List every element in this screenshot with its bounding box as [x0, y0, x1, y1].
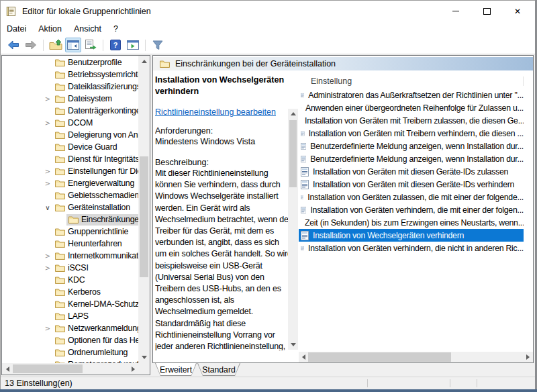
tree-horizontal-scrollbar[interactable]	[2, 363, 138, 375]
close-button[interactable]: ✕	[502, 1, 533, 21]
tree-vertical-scrollbar[interactable]	[138, 56, 150, 363]
tree-item[interactable]: ∨ Geräteinstallation	[2, 201, 138, 213]
tree-item[interactable]: Dateiklassifizierungsinfrastruktur	[2, 81, 138, 93]
setting-row[interactable]: Installation von Wechselgeräten verhinde…	[299, 229, 524, 242]
policy-setting-icon	[301, 205, 306, 215]
tree-item[interactable]: Ordnerumleitung	[2, 346, 138, 358]
settings-column-header[interactable]: Einstellung	[299, 74, 533, 88]
setting-label: Anwenden einer übergeordneten Reihenfolg…	[305, 103, 524, 113]
scroll-right-icon[interactable]	[128, 363, 138, 375]
setting-row[interactable]: Installation von Geräten mit Treibern zu…	[299, 114, 524, 127]
detail-vertical-scrollbar[interactable]	[288, 109, 298, 350]
tree-item[interactable]: Device Guard	[2, 141, 138, 153]
tree-item[interactable]: > Netzwerkanmeldung	[2, 322, 138, 334]
tree-item[interactable]: Remoteprozeduraufruf	[2, 358, 138, 363]
tree-item[interactable]: Gruppenrichtlinie	[2, 226, 138, 238]
tree-item[interactable]: LAPS	[2, 310, 138, 322]
menu-hilfe[interactable]: ?	[107, 22, 124, 36]
tree-item-label: Dienst für Integritätsprüfung	[68, 154, 138, 164]
policy-setting-icon	[301, 167, 309, 177]
expand-chevron-icon[interactable]: ∨	[42, 204, 53, 211]
scroll-left-icon[interactable]	[2, 363, 13, 375]
folder-icon	[68, 215, 79, 224]
tree-item[interactable]: > Einstellungen für Dienste	[2, 165, 138, 177]
tree-item[interactable]: Benutzerprofile	[2, 56, 138, 68]
up-one-level-button[interactable]	[48, 38, 64, 52]
tree-item[interactable]: > Energieverwaltung	[2, 177, 138, 189]
tree-item[interactable]: > DCOM	[2, 117, 138, 129]
tree-item-label: Einschränkungen bei der Geräteinstallati…	[81, 215, 138, 224]
scroll-down-icon[interactable]	[288, 340, 298, 350]
tab-standard[interactable]: Standard	[197, 363, 240, 376]
minimize-button[interactable]	[440, 1, 471, 21]
folder-icon	[55, 143, 65, 151]
export-list-button[interactable]	[83, 38, 99, 52]
tree-item[interactable]: Gebietsschemadienste	[2, 189, 138, 201]
tree-item[interactable]: KDC	[2, 274, 138, 286]
scroll-up-icon[interactable]	[288, 109, 298, 119]
tree-item[interactable]: Einschränkungen bei der Geräteinstallati…	[2, 213, 138, 226]
scroll-right-icon[interactable]	[523, 352, 533, 362]
folder-icon	[55, 107, 65, 115]
tree-item-body: Ordnerumleitung	[53, 347, 130, 358]
setting-row[interactable]: Installation von Geräten mit Treibern ve…	[299, 127, 524, 140]
setting-row[interactable]: Installation von Geräten mit diesen Gerä…	[299, 165, 524, 178]
expand-chevron-icon[interactable]: >	[42, 264, 53, 272]
scroll-left-icon[interactable]	[299, 352, 309, 362]
show-window-button[interactable]	[125, 38, 141, 52]
expand-chevron-icon[interactable]: >	[42, 252, 53, 260]
setting-row[interactable]: Anwenden einer übergeordneten Reihenfolg…	[299, 101, 524, 114]
tree-item[interactable]: > Internetkommunikationsverwaltung	[2, 250, 138, 262]
tree-item[interactable]: Delegierung von Anmeldeinformationen	[2, 129, 138, 141]
back-button[interactable]	[5, 38, 21, 52]
setting-row[interactable]: Installation von Geräten verhindern, die…	[299, 203, 524, 216]
expand-chevron-icon[interactable]: >	[42, 95, 53, 103]
setting-row[interactable]: Benutzerdefinierte Meldung anzeigen, wen…	[299, 140, 524, 152]
help-button[interactable]: ?	[107, 38, 124, 52]
tab-erweitert[interactable]: Erweitert	[155, 363, 197, 376]
menu-ansicht[interactable]: Ansicht	[68, 22, 107, 36]
setting-row[interactable]: Installation von Geräten verhindern, die…	[299, 242, 524, 254]
detail-vscroll-thumb[interactable]	[289, 120, 297, 187]
tree-item[interactable]: > Dateisystem	[2, 93, 138, 105]
requirements-value: Mindestens Windows Vista	[155, 136, 293, 148]
tree-item[interactable]: Kernel-DMA-Schutz	[2, 298, 138, 310]
scroll-up-icon[interactable]	[138, 56, 150, 67]
list-horizontal-scrollbar[interactable]	[299, 352, 533, 362]
setting-row[interactable]: Installation von Geräten mit diesen Gerä…	[299, 178, 524, 191]
filter-button[interactable]	[150, 38, 166, 52]
setting-row[interactable]: Benutzerdefinierte Meldung anzeigen, wen…	[299, 152, 524, 165]
tree-item-body: Betriebssystemrichtlinien	[53, 69, 138, 81]
tree-hscroll-thumb[interactable]	[13, 364, 83, 373]
tree-item[interactable]: Herunterfahren	[2, 238, 138, 250]
menu-datei[interactable]: Datei	[1, 22, 32, 36]
setting-row[interactable]: Zeit (in Sekunden) bis zum Erzwingen ein…	[299, 216, 524, 229]
expand-chevron-icon[interactable]: >	[42, 168, 53, 175]
edit-policy-link[interactable]: Richtlinieneinstellung bearbeiten	[155, 107, 293, 117]
expand-chevron-icon[interactable]: >	[42, 119, 53, 127]
policy-setting-icon	[301, 193, 303, 202]
forward-button[interactable]	[23, 38, 39, 52]
tree-item[interactable]: Optionen für das Herunterfahren	[2, 334, 138, 346]
help-icon: ?	[110, 40, 121, 50]
tree-item-label: Dateiklassifizierungsinfrastruktur	[68, 82, 138, 91]
expand-chevron-icon[interactable]: >	[42, 325, 53, 332]
tree-item[interactable]: Betriebssystemrichtlinien	[2, 68, 138, 81]
menu-aktion[interactable]: Aktion	[32, 22, 68, 36]
tree-item[interactable]: Datenträgerkontingente	[2, 105, 138, 117]
maximize-icon	[483, 8, 491, 15]
maximize-button[interactable]	[471, 1, 502, 21]
show-hide-console-tree-button[interactable]	[65, 38, 81, 52]
expand-chevron-icon[interactable]: >	[42, 180, 53, 187]
setting-row[interactable]: Installation von Geräten zulassen, die m…	[299, 191, 524, 203]
setting-label: Installation von Geräten mit Treibern ve…	[309, 129, 524, 138]
policy-detail-title: Installation von Wechselgeräten verhinde…	[155, 75, 289, 97]
tree-item[interactable]: Dienst für Integritätsprüfung	[2, 153, 138, 165]
setting-row[interactable]: Administratoren das Außerkraftsetzen der…	[299, 89, 524, 101]
list-hscroll-thumb[interactable]	[308, 352, 451, 362]
tree-item[interactable]: > iSCSI	[2, 262, 138, 274]
scroll-down-icon[interactable]	[138, 352, 150, 363]
tree-item[interactable]: Kerberos	[2, 286, 138, 298]
tree-vscroll-thumb[interactable]	[140, 156, 148, 277]
tree-item-body: Dienst für Integritätsprüfung	[53, 154, 138, 165]
